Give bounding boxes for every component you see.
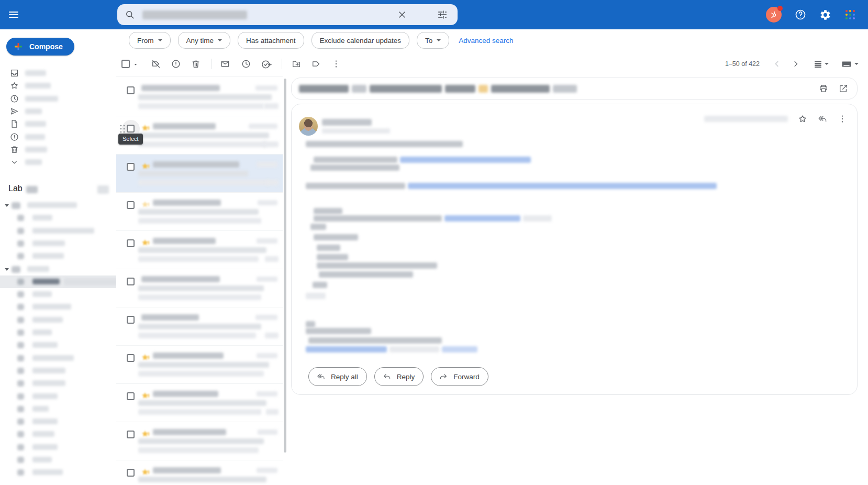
advanced-search-link[interactable]: Advanced search [459,37,513,45]
email-row[interactable] [116,78,283,116]
prev-page-icon[interactable] [772,59,782,69]
select-dropdown-arrow-icon[interactable] [132,61,139,68]
sidebar-label-item[interactable] [0,403,116,415]
more-icon[interactable] [837,114,848,124]
sidebar-label-item[interactable] [0,199,116,212]
sidebar-label-item[interactable] [0,339,116,351]
star-important-icon[interactable] [140,123,150,133]
email-row[interactable] [116,384,283,422]
chip-to[interactable]: To [417,32,449,49]
search-bar[interactable] [117,4,458,25]
mark-unread-icon[interactable] [220,59,230,69]
star-important-icon[interactable] [140,429,150,438]
sidebar-label-item[interactable] [0,275,116,288]
row-checkbox[interactable] [127,316,135,324]
snooze-icon[interactable] [241,59,251,69]
email-row[interactable] [116,307,283,346]
sidebar-label-item[interactable] [0,441,116,454]
email-row[interactable] [116,460,283,485]
not-spam-icon[interactable] [151,59,161,69]
chip-any-time[interactable]: Any time [178,32,231,49]
drag-handle-icon[interactable] [120,124,125,134]
sidebar-label-item[interactable] [0,326,116,339]
delete-icon[interactable] [191,59,201,69]
compose-button[interactable]: Compose [6,38,74,56]
sidebar-label-item[interactable] [0,377,116,390]
star-important-icon[interactable] [140,352,150,362]
sidebar-label-item[interactable] [0,237,116,250]
main-menu-button[interactable] [6,7,21,22]
create-label-plus-icon[interactable] [97,185,109,194]
sidebar-label-item[interactable] [0,428,116,440]
print-icon[interactable] [818,83,829,94]
settings-gear-icon[interactable] [819,9,831,21]
reply-all-icon[interactable] [817,114,828,124]
chip-from[interactable]: From [129,32,171,49]
sidebar-label-item[interactable] [0,365,116,377]
sidebar-label-item[interactable] [0,454,116,466]
tune-icon[interactable] [437,9,448,20]
sidebar-item-inbox[interactable] [0,67,116,80]
sidebar-label-item[interactable] [0,390,116,403]
expand-arrow-icon[interactable] [5,204,9,207]
apps-grid-icon[interactable] [844,8,856,21]
row-checkbox[interactable] [127,278,135,285]
sidebar-item-spam[interactable] [0,131,116,144]
move-to-icon[interactable] [291,59,302,69]
row-checkbox[interactable] [127,239,135,247]
row-checkbox[interactable] [127,163,135,171]
email-row[interactable] [116,346,283,384]
row-checkbox[interactable] [127,201,135,209]
sidebar-item-star[interactable] [0,80,116,92]
list-scrollbar[interactable] [284,79,286,453]
forward-button[interactable]: Forward [431,367,488,386]
star-important-icon[interactable] [140,161,150,171]
chip-has-attachment[interactable]: Has attachment [238,32,304,49]
clear-search-icon[interactable] [397,9,407,20]
row-checkbox[interactable] [127,354,135,362]
labels-icon[interactable] [311,59,321,69]
email-row[interactable] [116,231,283,269]
sidebar-label-item[interactable] [0,225,116,237]
sidebar-item-send[interactable] [0,105,116,118]
sidebar-label-item[interactable] [0,212,116,224]
sidebar-label-item[interactable] [0,263,116,275]
input-tools-toggle[interactable] [840,58,859,70]
sidebar-label-item[interactable] [0,415,116,428]
star-important-icon[interactable] [140,467,150,477]
sidebar-item-chevdown[interactable] [0,156,116,169]
next-page-icon[interactable] [791,59,800,69]
email-row[interactable] [116,269,283,307]
row-checkbox[interactable] [127,469,135,477]
reply-all-button[interactable]: Reply all [308,367,367,386]
sidebar-label-item[interactable] [0,288,116,301]
sidebar-item-clock[interactable] [0,93,116,105]
add-to-tasks-icon[interactable] [261,59,272,70]
row-checkbox[interactable] [127,392,135,400]
chip-exclude-calendar-updates[interactable]: Exclude calendar updates [311,32,409,49]
sidebar-label-item[interactable] [0,314,116,326]
sender-avatar[interactable] [299,117,318,136]
star-icon[interactable] [797,114,808,124]
open-in-new-icon[interactable] [838,83,849,94]
hubspot-app-icon[interactable] [766,7,782,23]
split-pane-toggle[interactable] [813,59,829,69]
select-all-checkbox[interactable] [121,60,130,68]
help-icon[interactable] [794,8,807,21]
sidebar-item-draft[interactable] [0,118,116,130]
email-row[interactable] [116,193,283,231]
expand-arrow-icon[interactable] [5,268,9,271]
star-important-icon[interactable] [140,238,150,247]
row-checkbox[interactable] [127,86,135,94]
email-row[interactable] [116,422,283,460]
row-checkbox[interactable] [127,431,135,438]
star-important-icon[interactable] [140,391,150,400]
star-important-icon[interactable] [140,200,150,209]
reply-button[interactable]: Reply [374,367,424,386]
sidebar-item-trash[interactable] [0,144,116,156]
sidebar-label-item[interactable] [0,250,116,262]
row-checkbox[interactable] [127,125,135,133]
more-icon[interactable] [331,59,341,69]
sidebar-label-item[interactable] [0,301,116,313]
report-spam-icon[interactable] [171,59,181,69]
